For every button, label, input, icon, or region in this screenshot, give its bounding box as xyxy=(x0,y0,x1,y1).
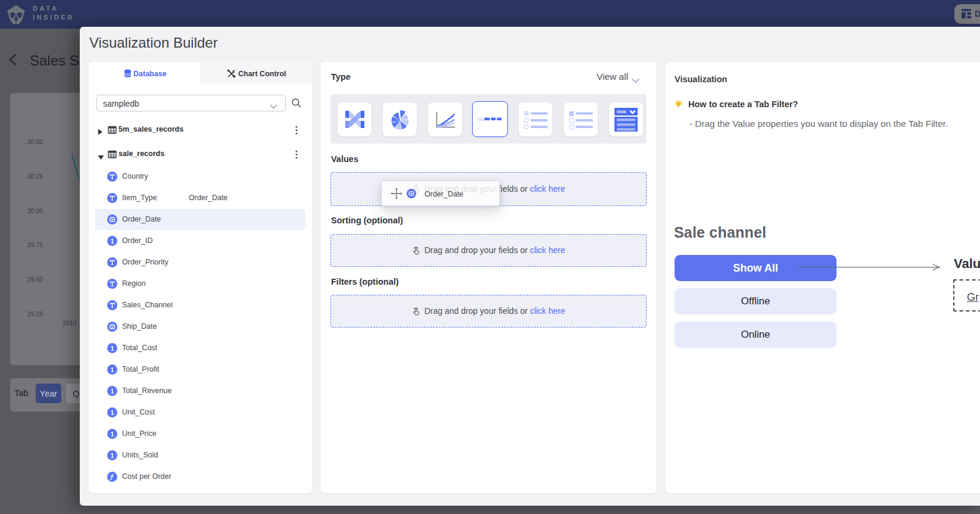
svg-text:Tab: Tab xyxy=(477,117,483,122)
